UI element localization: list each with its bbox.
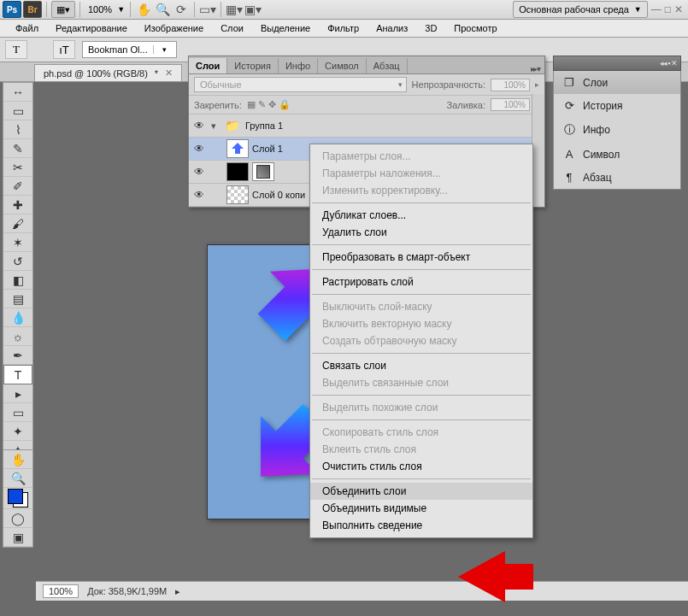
zoom-dropdown-icon[interactable]: ▼ [117,5,126,14]
dock-item[interactable]: ⓘИнфо [554,117,680,143]
type-tool[interactable]: T [3,365,32,384]
panel-scrollbar[interactable] [532,94,544,207]
group-toggle-icon[interactable]: ▾ [211,120,216,132]
blend-mode-select[interactable]: Обычные ▾ [194,77,407,92]
lasso-tool[interactable]: ⌇ [3,120,32,139]
layer-thumbnail[interactable] [226,185,249,204]
quick-mask-toggle[interactable]: ◯ [3,509,32,528]
eraser-tool[interactable]: ◧ [3,271,32,290]
panel-tab-strip: СлоиИсторияИнфоСимволАбзац▸▸ ▾ [189,56,544,74]
screen-mode-icon[interactable]: ▣▾ [244,2,262,17]
rectangle-tool[interactable]: ▭ [3,403,32,422]
visibility-eye-icon[interactable]: 👁 [192,166,206,178]
blur-tool[interactable]: 💧 [3,308,32,327]
rotate-view-icon[interactable]: ⟳ [173,2,190,17]
context-menu-item[interactable]: Связать слои [310,357,532,374]
dock-item-icon: ⓘ [562,122,576,138]
minimize-button[interactable]: — [651,3,662,15]
healing-tool[interactable]: ✚ [3,196,32,214]
status-arrow-icon[interactable]: ▸ [175,586,180,597]
panel-tab[interactable]: Инфо [279,58,318,73]
application-menu-bar: ФайлРедактированиеИзображениеСлоиВыделен… [0,20,688,38]
pen-tool[interactable]: ✒ [3,346,32,365]
path-select-tool[interactable]: ▸ [3,384,32,403]
status-zoom[interactable]: 100% [43,584,79,598]
view-extras-icon[interactable]: ▭▾ [199,2,216,17]
layer-thumbnail[interactable] [226,139,249,158]
status-docinfo: Док: 358,9K/1,99M [87,586,167,596]
chevron-right-icon[interactable]: ▸ [535,80,539,89]
context-menu-item[interactable]: Объединить видимые [310,500,532,517]
dock-item[interactable]: ❐Слои [554,71,680,94]
crop-tool[interactable]: ✂ [3,158,32,177]
dodge-tool[interactable]: ☼ [3,327,32,346]
layer-name[interactable]: Слой 1 [252,144,283,154]
context-menu-item[interactable]: Объединить слои [310,483,532,500]
menu-редактирование[interactable]: Редактирование [49,21,134,35]
stamp-tool[interactable]: ✶ [3,233,32,252]
gradient-tool[interactable]: ▤ [3,290,32,308]
document-tab[interactable]: ph.psd @ 100% (RGB/8)* ✕ [34,64,182,81]
layer-mask-thumbnail[interactable] [252,162,274,181]
menu-анализ[interactable]: Анализ [369,21,415,35]
close-tab-icon[interactable]: ✕ [165,67,173,79]
visibility-eye-icon[interactable]: 👁 [192,189,206,201]
layer-name[interactable]: Слой 0 копи [252,190,305,200]
menu-изображение[interactable]: Изображение [138,21,210,35]
panel-menu-icon[interactable]: ▸▸ ▾ [526,64,544,73]
panel-tab[interactable]: Символ [318,58,367,73]
menu-просмотр[interactable]: Просмотр [447,21,503,35]
lock-icons[interactable]: ▦ ✎ ✥ 🔒 [247,99,291,110]
workspace-switcher[interactable]: Основная рабочая среда ▼ [513,1,648,18]
layout-icon[interactable]: ▦▾ [51,1,75,18]
zoom-tool[interactable]: 🔍 [3,469,32,488]
visibility-eye-icon[interactable]: 👁 [192,120,206,132]
layer-name[interactable]: Группа 1 [245,120,283,131]
move-tool[interactable]: ↔ [3,83,32,102]
font-family-select[interactable]: Bookman Ol... ▾ [82,41,177,58]
panel-dock-header[interactable]: ◂◂ ▪ ✕ [553,56,681,71]
history-brush-tool[interactable]: ↺ [3,252,32,271]
menu-файл[interactable]: Файл [9,21,45,35]
context-menu-item[interactable]: Очистить стиль слоя [310,458,532,475]
quick-select-tool[interactable]: ✎ [3,139,32,158]
tool-preset-icon[interactable]: T [5,40,27,59]
eyedropper-tool[interactable]: ✐ [3,177,32,196]
arrange-documents-icon[interactable]: ▦▾ [226,2,243,17]
marquee-tool[interactable]: ▭ [3,102,32,120]
close-button[interactable]: ✕ [674,3,683,15]
context-menu-item[interactable]: Удалить слои [310,224,532,241]
context-menu-item[interactable]: Растрировать слой [310,273,532,290]
panel-tab[interactable]: Абзац [367,58,408,73]
screen-mode-toggle[interactable]: ▣ [3,528,32,547]
hand-tool[interactable]: ✋ [3,450,32,469]
menu-выделение[interactable]: Выделение [254,21,317,35]
panel-tab[interactable]: История [227,58,279,73]
layer-thumbnail[interactable] [226,162,249,181]
bridge-app-icon[interactable]: Br [23,1,42,18]
menu-фильтр[interactable]: Фильтр [320,21,366,35]
dock-item[interactable]: AСимвол [554,143,680,166]
brush-tool[interactable]: 🖌 [3,214,32,233]
dock-item[interactable]: ¶Абзац [554,166,680,189]
text-orientation-icon[interactable]: ıT [53,40,75,59]
dock-item[interactable]: ⟳История [554,94,680,117]
panel-tab[interactable]: Слои [189,58,227,73]
fg-bg-swatch[interactable] [3,488,32,509]
layer-thumbnail[interactable]: 📁 [221,117,242,134]
hand-tool-icon[interactable]: ✋ [135,2,152,17]
3d-tool[interactable]: ✦ [3,422,32,441]
layer-row[interactable]: 👁▾📁Группа 1 [189,114,544,138]
maximize-button[interactable]: □ [665,3,671,15]
visibility-eye-icon[interactable]: 👁 [192,143,206,155]
zoom-tool-icon[interactable]: 🔍 [154,2,171,17]
menu-3d[interactable]: 3D [418,21,444,35]
fill-value[interactable]: 100% [491,98,530,111]
opacity-value[interactable]: 100% [491,79,530,91]
menu-слои[interactable]: Слои [214,21,250,35]
ps-app-icon[interactable]: Ps [3,1,21,18]
dock-item-label: Слои [583,77,608,89]
context-menu-item[interactable]: Преобразовать в смарт-объект [310,249,532,266]
context-menu-item[interactable]: Выполнить сведение [310,517,532,534]
context-menu-item[interactable]: Дубликат слоев... [310,207,532,224]
